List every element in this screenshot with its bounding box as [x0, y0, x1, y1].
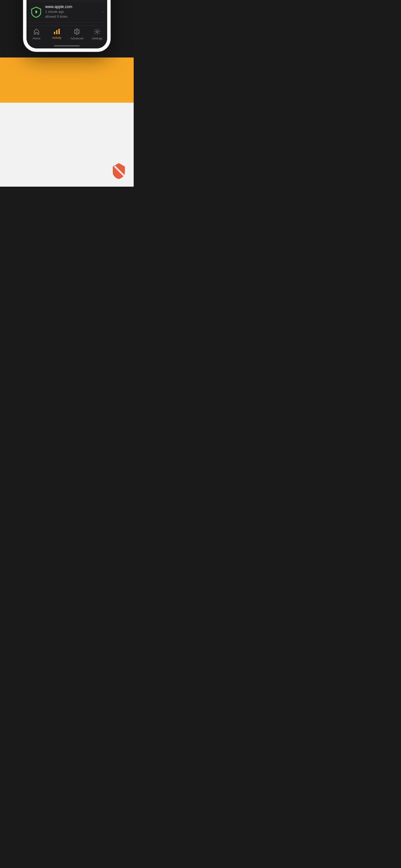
activity-icon	[54, 28, 60, 35]
tab-bar: Home Activity	[27, 26, 107, 44]
home-indicator	[27, 44, 107, 49]
activity-meta-6: 1 minute agoallowed 9 times	[45, 9, 99, 19]
tab-advanced[interactable]: Advanced	[67, 28, 87, 40]
svg-rect-1	[56, 30, 58, 34]
tab-home-label: Home	[33, 37, 40, 40]
advanced-icon	[74, 28, 80, 36]
activity-domain-6: www.apple.com	[45, 4, 99, 9]
brand-logo	[111, 162, 127, 180]
activity-info-6: www.apple.com 1 minute agoallowed 9 time…	[45, 4, 99, 19]
phone-screen: 12:42 3G	[27, 0, 107, 49]
chevron-icon-6: ›	[102, 10, 103, 14]
phone-frame: 12:42 3G	[23, 0, 111, 52]
svg-rect-2	[58, 29, 60, 34]
shield-badge-6: 9	[30, 6, 42, 18]
tab-activity-label: Activity	[52, 36, 61, 39]
svg-rect-0	[54, 32, 55, 34]
settings-icon	[94, 28, 100, 36]
home-icon	[33, 28, 40, 36]
shield-count-6: 9	[35, 10, 37, 14]
tab-activity[interactable]: Activity	[47, 28, 67, 40]
phone-mockup: 12:42 3G	[23, 0, 111, 52]
activity-list: 6 telemetry.api.swiftkey.com 42 seconds …	[27, 0, 107, 26]
tab-home[interactable]: Home	[27, 28, 47, 40]
activity-item-6[interactable]: 9 www.apple.com 1 minute agoallowed 9 ti…	[27, 1, 107, 23]
svg-point-3	[96, 31, 98, 33]
orange-section	[0, 58, 134, 103]
white-section	[0, 103, 134, 187]
tab-settings[interactable]: Settings	[87, 28, 107, 40]
tab-settings-label: Settings	[92, 37, 102, 40]
home-bar	[54, 45, 80, 46]
activity-item-7[interactable]: sandbox.itune...om.akadns.net ›	[27, 23, 107, 26]
tab-advanced-label: Advanced	[70, 37, 83, 40]
